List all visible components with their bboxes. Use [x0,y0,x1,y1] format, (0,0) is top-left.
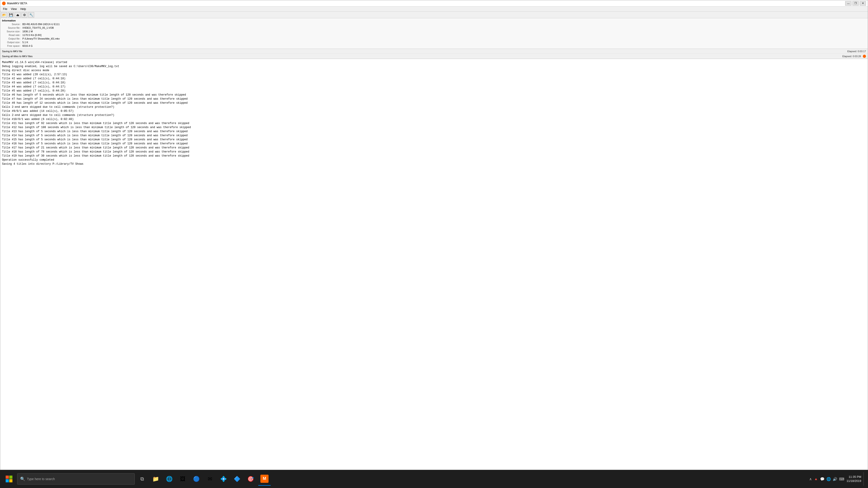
log-line: Using direct disc access mode [2,68,866,72]
orange-indicator [863,55,866,58]
log-line: Saving 4 titles into directory P:/Librar… [2,162,866,166]
log-line: Title #10/0/1 was added (6 cell(s), 0:02… [2,117,866,121]
tray-chevron[interactable]: ∧ [809,477,812,481]
task-view-button[interactable]: ⧉ [136,472,148,486]
window-controls: — ❐ ✕ [845,1,866,6]
title-bar: MakeMKV BETA — ❐ ✕ [0,0,868,6]
search-placeholder: Type here to search [27,477,55,481]
log-line: Title #6 has length of 5 seconds which i… [2,93,866,97]
restore-button[interactable]: ❐ [852,1,859,6]
makemkv-icon: M [260,475,269,483]
chrome-icon: 🌐 [166,476,173,482]
apps-button-3[interactable]: 🎯 [245,472,257,486]
log-line: Title #4 was added (7 cell(s), 0:44:17) [2,85,866,89]
info-row-5: Output size : 5.1 K [2,40,866,44]
app-icon-1: 💠 [220,476,227,482]
log-line: Title #14 has length of 5 seconds which … [2,133,866,138]
info-value-3: 1170.5 K/s [0.8X] [22,33,41,37]
tray-icon-0[interactable]: 🔺 [814,477,818,481]
tray-icon-1[interactable]: 💬 [820,477,825,481]
info-label-5: Output size : [2,40,22,44]
chrome-button[interactable]: 🌐 [163,472,176,486]
makemkv-taskbar-button[interactable]: M [258,472,271,486]
folder-icon: 📁 [152,476,159,482]
toolbar: 📂 💾 ⏏ ⚙ 🔧 [0,11,868,18]
menu-file[interactable]: File [1,7,9,11]
tray-volume-icon[interactable]: 🔊 [833,477,837,481]
toolbar-btn-3[interactable]: ⚙ [22,12,27,18]
clock-date: 11/18/2019 [846,479,861,483]
info-rows: Source : BD-RE ASUS BW-16D1X-U E111 Sour… [2,22,866,48]
svg-rect-0 [6,476,9,479]
edge-button[interactable]: 🔵 [190,472,203,486]
svg-rect-3 [9,479,12,482]
close-button[interactable]: ✕ [860,1,866,6]
taskbar: 🔍 Type here to search ⧉ 📁 🌐 🖼 🔵 ✉ 💠 🔷 🎯 … [0,470,868,488]
info-label-4: Output file : [2,37,22,40]
log-line: Title #1 was added (28 cell(s), 2:57:13) [2,72,866,76]
start-button[interactable] [2,472,16,486]
app-window: MakeMKV BETA — ❐ ✕ File View Help 📂 💾 ⏏ … [0,0,868,470]
log-line: Cells 2-end were skipped due to cell com… [2,113,866,117]
clock-time: 11:35 PM [846,475,861,479]
log-line: Cells 2-end were skipped due to cell com… [2,105,866,109]
log-line: Operation successfully completed [2,158,866,162]
file-explorer-button[interactable]: 📁 [150,472,162,486]
search-icon: 🔍 [20,477,25,482]
log-line: Title #16 has length of 5 seconds which … [2,142,866,146]
apps-button-2[interactable]: 🔷 [231,472,243,486]
info-row-3: Read rate : 1170.5 K/s [0.8X] [2,33,866,37]
search-bar[interactable]: 🔍 Type here to search [17,473,135,485]
menu-view[interactable]: View [9,7,19,11]
apps-button-1[interactable]: 💠 [217,472,230,486]
windows-icon [5,475,13,483]
log-line: Title #7 has length of 24 seconds which … [2,97,866,101]
task-view-icon: ⧉ [141,476,144,482]
info-row-6: Free space : 6016.4 G [2,44,866,48]
tray-icons: ∧ 🔺 💬 🌐 🔊 ⌨ [809,477,844,481]
progress-area: Saving to MKV file Elapsed: 0:03:17 Savi… [0,49,868,59]
tray-keyboard-icon[interactable]: ⌨ [839,477,844,481]
clock[interactable]: 11:35 PM 11/18/2019 [846,475,861,483]
info-section: Information Source : BD-RE ASUS BW-16D1X… [0,18,868,49]
toolbar-btn-1[interactable]: 💾 [8,12,14,18]
minimize-button[interactable]: — [845,1,851,6]
log-line: Title #2 was added (7 cell(s), 0:44:18) [2,76,866,80]
log-line: Title #17 has length of 21 seconds which… [2,146,866,150]
info-value-4: P:/Library/TV Shows/title_t01.mkv [22,37,60,40]
info-label-0: Source : [2,22,22,26]
info-title: Information [2,19,866,22]
progress-elapsed-0: Elapsed: 0:03:17 [847,50,866,53]
log-line: Title #18 has length of 78 seconds which… [2,150,866,154]
app-icon-2: 🔷 [234,476,241,482]
info-label-6: Free space : [2,44,22,48]
window-title: MakeMKV BETA [7,2,845,5]
tray-network-icon[interactable]: 🌐 [827,477,831,481]
toolbar-btn-4[interactable]: 🔧 [28,12,34,18]
log-line: Title #15 has length of 5 seconds which … [2,138,866,142]
toolbar-btn-2[interactable]: ⏏ [15,12,21,18]
log-line: Title #11 has length of 92 seconds which… [2,121,866,125]
info-value-1: /VIDEO_TS/VTS_05_1.VOB [22,26,54,30]
progress-label-1: Saving all titles to MKV files [2,55,840,58]
log-line: Title #12 has length of 108 seconds whic… [2,125,866,129]
menu-help[interactable]: Help [19,7,28,11]
info-value-2: 1836.1 M [22,30,33,33]
app-icon [2,2,6,5]
progress-row-1: Saving all titles to MKV files Elapsed: … [0,54,868,59]
info-value-6: 6016.4 G [22,44,33,48]
svg-rect-1 [9,476,12,479]
log-line: Title #3 was added (7 cell(s), 0:44:18) [2,80,866,85]
info-row-0: Source : BD-RE ASUS BW-16D1X-U E111 [2,22,866,26]
photos-button[interactable]: 🖼 [177,472,189,486]
progress-elapsed-1: Elapsed: 0:03:28 [842,55,861,58]
info-row-4: Output file : P:/Library/TV Shows/title_… [2,37,866,40]
toolbar-btn-0[interactable]: 📂 [1,12,7,18]
log-area[interactable]: MakeMKV v1.14.5 win(x64-release) started… [0,59,868,470]
progress-label-0: Saving to MKV file [2,50,845,53]
info-value-0: BD-RE ASUS BW-16D1X-U E111 [22,22,60,26]
info-row-2: Source size : 1836.1 M [2,30,866,33]
progress-row-0: Saving to MKV file Elapsed: 0:03:17 [0,49,868,54]
show-desktop-button[interactable] [864,472,866,486]
mail-button[interactable]: ✉ [204,472,216,486]
